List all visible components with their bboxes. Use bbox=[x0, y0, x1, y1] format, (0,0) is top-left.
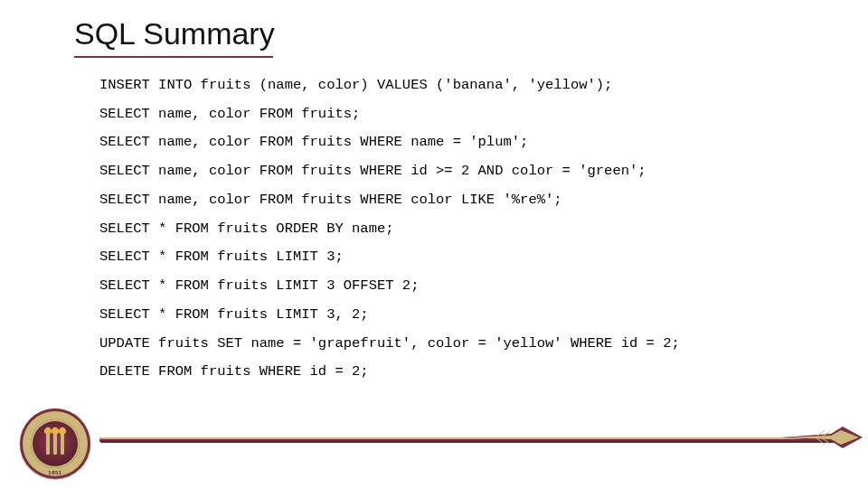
code-line: SELECT name, color FROM fruits; bbox=[99, 107, 680, 122]
sql-code-block: INSERT INTO fruits (name, color) VALUES … bbox=[99, 78, 680, 393]
code-line: INSERT INTO fruits (name, color) VALUES … bbox=[99, 78, 680, 93]
spear-icon bbox=[781, 418, 863, 457]
slide-title: SQL Summary bbox=[74, 16, 275, 52]
university-seal: 1851 bbox=[20, 408, 90, 479]
code-line: SELECT * FROM fruits LIMIT 3, 2; bbox=[99, 307, 680, 323]
code-line: UPDATE fruits SET name = 'grapefruit', c… bbox=[99, 336, 680, 352]
code-line: SELECT name, color FROM fruits WHERE col… bbox=[99, 192, 680, 208]
code-line: DELETE FROM fruits WHERE id = 2; bbox=[99, 364, 680, 380]
divider-highlight bbox=[99, 437, 841, 439]
code-line: SELECT * FROM fruits ORDER BY name; bbox=[99, 221, 680, 237]
code-line: SELECT * FROM fruits LIMIT 3; bbox=[99, 249, 680, 265]
code-line: SELECT * FROM fruits LIMIT 3 OFFSET 2; bbox=[99, 278, 680, 294]
seal-year: 1851 bbox=[20, 408, 90, 479]
title-underline bbox=[74, 56, 273, 58]
code-line: SELECT name, color FROM fruits WHERE nam… bbox=[99, 135, 680, 150]
code-line: SELECT name, color FROM fruits WHERE id … bbox=[99, 164, 680, 179]
